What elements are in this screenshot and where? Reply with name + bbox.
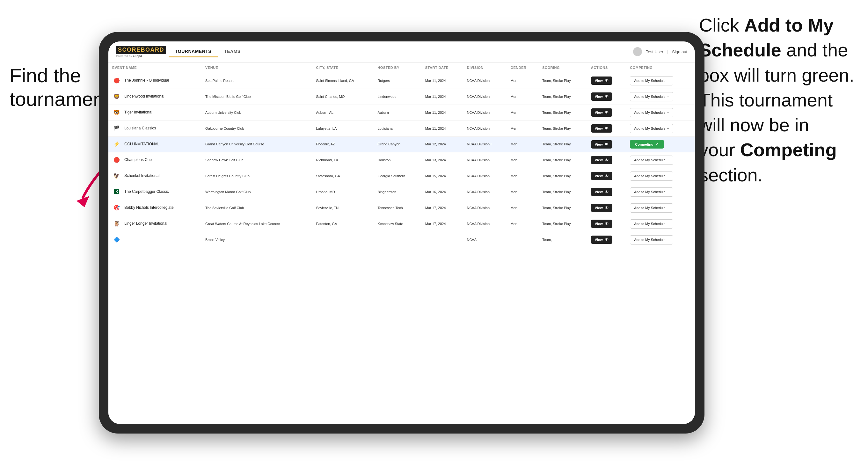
table-row: 🐯 Tiger Invitational Auburn University C…	[108, 104, 695, 121]
team-logo: ⚡	[112, 140, 121, 149]
add-to-schedule-button[interactable]: Add to My Schedule +	[630, 219, 673, 228]
team-logo: 🦁	[112, 92, 121, 101]
add-to-schedule-button[interactable]: Add to My Schedule +	[630, 76, 673, 86]
tab-teams[interactable]: TEAMS	[218, 46, 247, 57]
competing-cell: Add to My Schedule +	[626, 184, 695, 200]
event-name: Tiger Invitational	[124, 110, 152, 115]
tablet-screen: SCOREBOARD Powered by clippd TOURNAMENTS…	[108, 41, 695, 424]
division-cell: NCAA Division I	[463, 152, 506, 168]
view-button[interactable]: View 👁	[591, 92, 612, 101]
city-state-cell: Richmond, TX	[312, 152, 374, 168]
city-state-cell: Statesboro, GA	[312, 168, 374, 184]
city-state-cell: Lafayette, LA	[312, 121, 374, 136]
avatar	[633, 47, 642, 56]
view-button[interactable]: View 👁	[591, 236, 612, 244]
table-row: 🔴 The Johnnie - O Individual Sea Palms R…	[108, 73, 695, 89]
view-button[interactable]: View 👁	[591, 220, 612, 228]
scoring-cell: Team, Stroke Play	[538, 216, 587, 232]
start-date-cell	[422, 232, 463, 248]
competing-cell: Add to My Schedule +	[626, 216, 695, 232]
competing-button[interactable]: Competing ✓	[630, 140, 664, 149]
scoring-cell: Team, Stroke Play	[538, 200, 587, 216]
venue-cell: Forest Heights Country Club	[202, 168, 312, 184]
actions-cell: View 👁	[587, 184, 626, 200]
plus-icon: +	[667, 94, 670, 99]
event-name: Louisiana Classics	[124, 126, 156, 131]
view-button[interactable]: View 👁	[591, 172, 612, 180]
venue-cell: The Missouri Bluffs Golf Club	[202, 89, 312, 104]
competing-cell: Add to My Schedule +	[626, 89, 695, 104]
col-division: DIVISION	[463, 62, 506, 73]
view-button[interactable]: View 👁	[591, 156, 612, 164]
hosted-by-cell: Georgia Southern	[374, 168, 421, 184]
view-button[interactable]: View 👁	[591, 108, 612, 117]
city-state-cell: Phoenix, AZ	[312, 136, 374, 152]
add-to-schedule-button[interactable]: Add to My Schedule +	[630, 92, 673, 101]
team-logo: 🦅	[112, 172, 121, 180]
event-name: The Carpetbagger Classic	[124, 189, 168, 194]
team-logo: 🔴	[112, 76, 121, 85]
hosted-by-cell: Lindenwood	[374, 89, 421, 104]
eye-icon: 👁	[605, 79, 609, 83]
start-date-cell: Mar 15, 2024	[422, 168, 463, 184]
eye-icon: 👁	[605, 110, 609, 115]
division-cell: NCAA Division I	[463, 89, 506, 104]
scoring-cell: Team, Stroke Play	[538, 184, 587, 200]
add-to-schedule-button[interactable]: Add to My Schedule +	[630, 235, 673, 245]
competing-cell: Add to My Schedule +	[626, 73, 695, 89]
actions-cell: View 👁	[587, 168, 626, 184]
gender-cell: Men	[506, 89, 538, 104]
plus-icon: +	[667, 110, 670, 115]
col-venue: VENUE	[202, 62, 312, 73]
tab-tournaments[interactable]: TOURNAMENTS	[168, 46, 218, 57]
col-scoring: SCORING	[538, 62, 587, 73]
competing-cell: Add to My Schedule +	[626, 232, 695, 248]
add-to-schedule-button[interactable]: Add to My Schedule +	[630, 124, 673, 133]
eye-icon: 👁	[605, 190, 609, 194]
plus-icon: +	[667, 206, 670, 210]
actions-cell: View 👁	[587, 104, 626, 121]
view-button[interactable]: View 👁	[591, 76, 612, 85]
event-name: Lindenwood Invitational	[124, 94, 164, 99]
add-to-schedule-button[interactable]: Add to My Schedule +	[630, 187, 673, 197]
sign-out-link[interactable]: Sign out	[672, 50, 687, 54]
view-button[interactable]: View 👁	[591, 204, 612, 212]
tournaments-table: EVENT NAME VENUE CITY, STATE HOSTED BY S…	[108, 62, 695, 248]
actions-cell: View 👁	[587, 136, 626, 152]
table-row: 🔴 Champions Cup Shadow Hawk Golf ClubRic…	[108, 152, 695, 168]
logo-brand: SCOREBOARD	[116, 46, 166, 54]
venue-cell: Worthington Manor Golf Club	[202, 184, 312, 200]
start-date-cell: Mar 11, 2024	[422, 104, 463, 121]
table-row: 🎯 Bobby Nichols Intercollegiate The Sevi…	[108, 200, 695, 216]
scoring-cell: Team, Stroke Play	[538, 121, 587, 136]
start-date-cell: Mar 17, 2024	[422, 216, 463, 232]
division-cell: NCAA	[463, 232, 506, 248]
hosted-by-cell	[374, 232, 421, 248]
division-cell: NCAA Division I	[463, 216, 506, 232]
scoring-cell: Team, Stroke Play	[538, 104, 587, 121]
add-to-schedule-button[interactable]: Add to My Schedule +	[630, 204, 673, 213]
hosted-by-cell: Houston	[374, 152, 421, 168]
eye-icon: 👁	[605, 238, 609, 242]
event-name: The Johnnie - O Individual	[124, 78, 169, 83]
gender-cell: Men	[506, 121, 538, 136]
actions-cell: View 👁	[587, 73, 626, 89]
table-row: ⚡ GCU INVITATIONAL Grand Canyon Universi…	[108, 136, 695, 152]
city-state-cell: Saint Charles, MO	[312, 89, 374, 104]
add-to-schedule-button[interactable]: Add to My Schedule +	[630, 172, 673, 181]
table-row: 🦅 Schenkel Invitational Forest Heights C…	[108, 168, 695, 184]
table-container: EVENT NAME VENUE CITY, STATE HOSTED BY S…	[108, 62, 695, 424]
view-button[interactable]: View 👁	[591, 124, 612, 133]
division-cell: NCAA Division I	[463, 104, 506, 121]
competing-cell: Add to My Schedule +	[626, 152, 695, 168]
view-button[interactable]: View 👁	[591, 140, 612, 149]
hosted-by-cell: Auburn	[374, 104, 421, 121]
add-to-schedule-button[interactable]: Add to My Schedule +	[630, 156, 673, 165]
col-hosted-by: HOSTED BY	[374, 62, 421, 73]
app-logo: SCOREBOARD Powered by clippd	[116, 46, 166, 58]
division-cell: NCAA Division I	[463, 121, 506, 136]
view-button[interactable]: View 👁	[591, 188, 612, 196]
team-logo: 🐯	[112, 108, 121, 117]
venue-cell: Shadow Hawk Golf Club	[202, 152, 312, 168]
add-to-schedule-button[interactable]: Add to My Schedule +	[630, 108, 673, 117]
